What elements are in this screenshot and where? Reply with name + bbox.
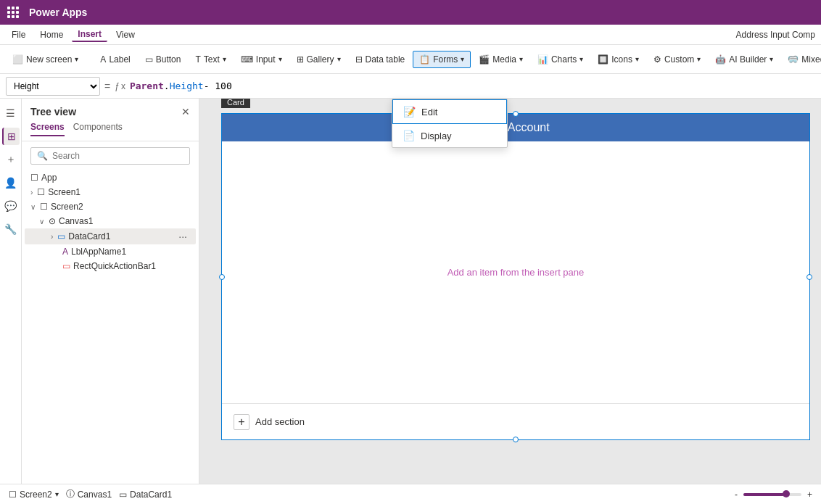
dropdown-edit[interactable]: 📝 Edit [392, 99, 507, 124]
tree-title: Tree view [30, 106, 76, 117]
add-circle-icon[interactable]: ＋ [2, 151, 20, 168]
insert-pane-text: Add an item from the insert pane [447, 267, 585, 278]
chevron-down-icon: ▾ [75, 55, 78, 63]
bottom-bar: ☐ Screen2 ▾ ⓘ Canvas1 ▭ DataCard1 - + [0, 484, 821, 504]
charts-icon: 📊 [537, 54, 548, 65]
display-icon: 📄 [403, 130, 415, 141]
formula-parent: Parent [130, 80, 164, 91]
tree-search-box[interactable]: 🔍 [30, 147, 190, 165]
mixed-reality-button[interactable]: 🥽 Mixed Reality ▾ [781, 51, 821, 68]
person-icon[interactable]: 👤 [2, 174, 20, 191]
toolbar: ⬜ New screen ▾ A Label ▭ Button T Text ▾… [0, 45, 821, 74]
close-icon[interactable]: ✕ [181, 106, 190, 117]
zoom-controls: - + [735, 489, 812, 500]
input-button[interactable]: ⌨ Input ▾ [234, 51, 289, 68]
wrench-icon[interactable]: 🔧 [2, 220, 20, 238]
canvas-frame[interactable]: Card New Account Add an item from the in… [221, 113, 810, 440]
menu-view[interactable]: View [110, 28, 141, 41]
chevron-down-icon: ▾ [461, 55, 464, 63]
ellipsis-button[interactable]: ··· [176, 231, 190, 242]
tree-item-screen1[interactable]: › ☐ Screen1 [25, 185, 196, 199]
mixed-reality-icon: 🥽 [788, 54, 799, 65]
label-icon: A [62, 247, 68, 257]
app-icon: ☐ [30, 173, 38, 183]
zoom-minus-button[interactable]: - [735, 489, 738, 500]
gallery-button[interactable]: ⊞ Gallery ▾ [290, 51, 347, 68]
tab-screens[interactable]: Screens [30, 122, 65, 136]
screen2-breadcrumb[interactable]: ☐ Screen2 ▾ [9, 489, 59, 500]
forms-button[interactable]: 📋 Forms ▾ [413, 51, 471, 68]
handle-top[interactable] [513, 111, 519, 117]
app-grid-icon[interactable] [7, 7, 23, 18]
tree-item-lblappname1[interactable]: A LblAppName1 [25, 244, 196, 259]
handle-right[interactable] [806, 274, 812, 280]
tree-item-rectquickactionbar1[interactable]: ▭ RectQuickActionBar1 [25, 259, 196, 273]
menu-insert[interactable]: Insert [72, 28, 107, 42]
canvas-area[interactable]: Card New Account Add an item from the in… [199, 99, 821, 484]
data-table-button[interactable]: ⊟ Data table [349, 51, 412, 68]
tab-components[interactable]: Components [73, 122, 123, 136]
property-dropdown[interactable]: Height [6, 77, 100, 96]
chevron-down-icon: ▾ [579, 55, 583, 63]
tree-panel: Tree view ✕ Screens Components 🔍 ☐ App ›… [22, 99, 199, 484]
forms-dropdown: 📝 Edit 📄 Display [392, 99, 508, 148]
add-section-label: Add section [255, 416, 305, 427]
icons-button[interactable]: 🔲 Icons ▾ [591, 51, 645, 68]
rect-icon: ▭ [62, 261, 70, 271]
search-icon: 🔍 [37, 151, 48, 161]
media-button[interactable]: 🎬 Media ▾ [472, 51, 529, 68]
search-input[interactable] [52, 151, 183, 161]
menu-home[interactable]: Home [34, 28, 69, 41]
menu-file[interactable]: File [6, 28, 31, 41]
label-icon: A [100, 54, 106, 65]
info-icon: ⓘ [66, 488, 75, 500]
top-bar: Power Apps [0, 0, 821, 25]
datacard1-breadcrumb[interactable]: ▭ DataCard1 [119, 489, 172, 500]
chevron-down-icon: ▾ [770, 55, 773, 63]
chevron-down-icon: ▾ [223, 55, 226, 63]
canvas-icon: ⊙ [49, 216, 56, 226]
handle-bottom[interactable] [513, 437, 519, 442]
canvas1-breadcrumb[interactable]: ⓘ Canvas1 [66, 488, 112, 500]
tree-item-screen2[interactable]: ∨ ☐ Screen2 [25, 199, 196, 214]
custom-button[interactable]: ⚙ Custom ▾ [647, 51, 707, 68]
chevron-right-icon: › [30, 189, 33, 197]
text-button[interactable]: T Text ▾ [189, 51, 232, 68]
app-title: Power Apps [29, 7, 87, 18]
screen-icon: ☐ [40, 202, 48, 212]
fx-button[interactable]: ƒ x [115, 81, 125, 91]
dropdown-display[interactable]: 📄 Display [392, 124, 507, 147]
handle-left[interactable] [219, 274, 225, 280]
icons-icon: 🔲 [598, 54, 608, 65]
equals-sign: = [104, 80, 110, 92]
canvas-header: Card New Account [222, 114, 809, 141]
media-icon: 🎬 [479, 54, 490, 65]
add-section-plus-button[interactable]: + [234, 414, 249, 430]
chevron-down-icon: ▾ [279, 55, 282, 63]
charts-button[interactable]: 📊 Charts ▾ [531, 51, 590, 68]
layers-icon[interactable]: ⊞ [2, 128, 20, 145]
add-section-bar[interactable]: + Add section [222, 403, 809, 439]
tree-item-datacard1[interactable]: › ▭ DataCard1 ··· [25, 228, 196, 244]
label-button[interactable]: A Label [94, 51, 136, 68]
ai-builder-button[interactable]: 🤖 AI Builder ▾ [709, 51, 780, 68]
chevron-down-icon: ∨ [30, 203, 36, 211]
button-button[interactable]: ▭ Button [139, 51, 188, 68]
chevron-down-icon: ▾ [697, 55, 701, 63]
screen-icon: ☐ [37, 187, 45, 197]
comment-icon[interactable]: 💬 [2, 197, 20, 215]
chevron-right-icon: › [51, 233, 53, 241]
gallery-icon: ⊞ [297, 54, 304, 65]
zoom-plus-button[interactable]: + [807, 489, 812, 500]
main-layout: ☰ ⊞ ＋ 👤 💬 🔧 Tree view ✕ Screens Componen… [0, 99, 821, 484]
tree-item-canvas1[interactable]: ∨ ⊙ Canvas1 [25, 214, 196, 228]
zoom-slider[interactable] [743, 493, 801, 496]
button-icon: ▭ [145, 54, 153, 65]
tree-tabs: Screens Components [22, 122, 199, 141]
tree-item-app[interactable]: ☐ App [25, 170, 196, 185]
ai-builder-icon: 🤖 [715, 54, 726, 65]
new-screen-button[interactable]: ⬜ New screen ▾ [6, 51, 85, 68]
hamburger-icon[interactable]: ☰ [2, 104, 20, 122]
datacard-icon: ▭ [57, 231, 65, 241]
formula-bar: Height = ƒ x Parent.Height - 100 [0, 74, 821, 99]
